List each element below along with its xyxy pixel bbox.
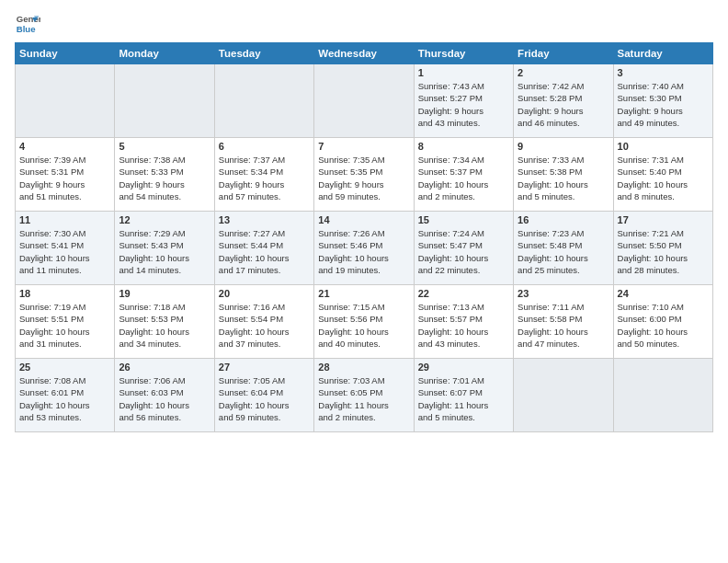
cell-text: Sunrise: 7:23 AM [518,227,609,239]
cell-text: Daylight: 10 hours [119,326,210,338]
day-number: 23 [518,288,609,299]
calendar-week-row: 1Sunrise: 7:43 AMSunset: 5:27 PMDaylight… [16,64,713,138]
day-number: 2 [518,67,609,78]
cell-text: and 11 minutes. [19,264,110,276]
cell-text: and 49 minutes. [618,117,709,129]
calendar-cell: 20Sunrise: 7:16 AMSunset: 5:54 PMDayligh… [214,285,313,359]
cell-text: Daylight: 10 hours [19,252,110,264]
cell-text: Sunset: 6:04 PM [219,386,310,398]
cell-text: Sunset: 6:07 PM [418,386,509,398]
cell-text: Daylight: 11 hours [418,399,509,411]
calendar-cell: 16Sunrise: 7:23 AMSunset: 5:48 PMDayligh… [514,212,613,285]
day-number: 16 [518,214,609,225]
day-number: 4 [19,141,110,152]
calendar-cell [613,359,712,432]
cell-text: Sunrise: 7:08 AM [19,374,110,386]
cell-text: Sunset: 5:40 PM [618,166,709,178]
cell-text: Sunset: 5:46 PM [318,239,409,251]
calendar-cell: 25Sunrise: 7:08 AMSunset: 6:01 PMDayligh… [16,359,115,432]
cell-text: Sunrise: 7:01 AM [418,374,509,386]
calendar-week-row: 4Sunrise: 7:39 AMSunset: 5:31 PMDaylight… [16,138,713,212]
cell-text: and 50 minutes. [618,338,709,350]
cell-text: and 17 minutes. [219,264,310,276]
cell-text: Sunrise: 7:19 AM [19,301,110,313]
logo-icon: General Blue [15,11,40,37]
calendar-cell: 24Sunrise: 7:10 AMSunset: 6:00 PMDayligh… [613,285,712,359]
cell-text: Sunset: 5:30 PM [618,92,709,104]
cell-text: and 59 minutes. [219,411,310,423]
cell-text: Daylight: 10 hours [418,178,509,190]
calendar-cell: 28Sunrise: 7:03 AMSunset: 6:05 PMDayligh… [314,359,414,432]
cell-text: Daylight: 10 hours [418,252,509,264]
day-number: 27 [219,362,310,373]
cell-text: and 43 minutes. [418,117,509,129]
cell-text: Sunset: 5:48 PM [518,239,609,251]
calendar-cell [514,359,613,432]
calendar-cell: 26Sunrise: 7:06 AMSunset: 6:03 PMDayligh… [115,359,214,432]
calendar-cell: 19Sunrise: 7:18 AMSunset: 5:53 PMDayligh… [115,285,214,359]
svg-text:Blue: Blue [17,24,36,34]
cell-text: Sunrise: 7:39 AM [19,154,110,166]
cell-text: and 40 minutes. [318,338,409,350]
cell-text: and 5 minutes. [418,411,509,423]
cell-text: and 43 minutes. [418,338,509,350]
calendar-cell [115,64,214,138]
cell-text: and 57 minutes. [219,190,310,202]
calendar-cell: 17Sunrise: 7:21 AMSunset: 5:50 PMDayligh… [613,212,712,285]
cell-text: Daylight: 9 hours [219,178,310,190]
cell-text: Daylight: 10 hours [219,326,310,338]
cell-text: and 2 minutes. [318,411,409,423]
cell-text: Sunset: 5:37 PM [418,166,509,178]
cell-text: Sunset: 5:54 PM [219,313,310,325]
cell-text: Daylight: 9 hours [19,178,110,190]
calendar-header-tuesday: Tuesday [214,43,313,64]
cell-text: Daylight: 10 hours [119,399,210,411]
cell-text: and 14 minutes. [119,264,210,276]
cell-text: Sunrise: 7:43 AM [418,80,509,92]
cell-text: Sunset: 6:00 PM [618,313,709,325]
calendar-week-row: 25Sunrise: 7:08 AMSunset: 6:01 PMDayligh… [16,359,713,432]
day-number: 28 [318,362,409,373]
cell-text: Daylight: 10 hours [19,326,110,338]
cell-text: and 19 minutes. [318,264,409,276]
calendar-cell [314,64,414,138]
day-number: 10 [618,141,709,152]
day-number: 11 [19,214,110,225]
day-number: 25 [19,362,110,373]
cell-text: and 37 minutes. [219,338,310,350]
cell-text: Sunset: 5:27 PM [418,92,509,104]
cell-text: Daylight: 9 hours [618,105,709,117]
cell-text: Sunset: 5:41 PM [19,239,110,251]
cell-text: Sunrise: 7:03 AM [318,374,409,386]
cell-text: Sunrise: 7:40 AM [618,80,709,92]
cell-text: Sunrise: 7:31 AM [618,154,709,166]
cell-text: Sunset: 5:53 PM [119,313,210,325]
cell-text: and 51 minutes. [19,190,110,202]
day-number: 13 [219,214,310,225]
cell-text: Daylight: 10 hours [618,326,709,338]
calendar-cell: 13Sunrise: 7:27 AMSunset: 5:44 PMDayligh… [214,212,313,285]
cell-text: and 54 minutes. [119,190,210,202]
day-number: 7 [318,141,409,152]
cell-text: Daylight: 10 hours [219,252,310,264]
calendar-header-row: SundayMondayTuesdayWednesdayThursdayFrid… [16,43,713,64]
cell-text: Sunset: 5:56 PM [318,313,409,325]
cell-text: and 31 minutes. [19,338,110,350]
calendar-cell: 5Sunrise: 7:38 AMSunset: 5:33 PMDaylight… [115,138,214,212]
day-number: 19 [119,288,210,299]
cell-text: Sunrise: 7:13 AM [418,301,509,313]
cell-text: Sunrise: 7:38 AM [119,154,210,166]
cell-text: Daylight: 10 hours [318,326,409,338]
calendar-cell: 8Sunrise: 7:34 AMSunset: 5:37 PMDaylight… [414,138,513,212]
calendar-header-thursday: Thursday [414,43,513,64]
day-number: 8 [418,141,509,152]
cell-text: Sunset: 5:58 PM [518,313,609,325]
calendar-cell: 29Sunrise: 7:01 AMSunset: 6:07 PMDayligh… [414,359,513,432]
cell-text: and 28 minutes. [618,264,709,276]
cell-text: Sunset: 5:31 PM [19,166,110,178]
cell-text: and 53 minutes. [19,411,110,423]
cell-text: Sunrise: 7:29 AM [119,227,210,239]
cell-text: Daylight: 9 hours [119,178,210,190]
calendar-cell: 11Sunrise: 7:30 AMSunset: 5:41 PMDayligh… [16,212,115,285]
cell-text: Sunset: 5:44 PM [219,239,310,251]
